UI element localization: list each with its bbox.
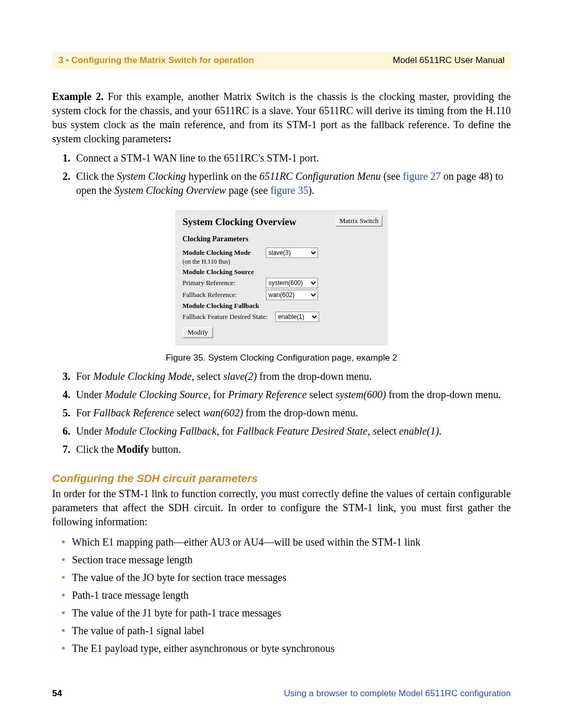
t: from the drop-down menu. bbox=[243, 407, 358, 418]
label-clocking-mode: Module Clocking Mode bbox=[182, 249, 266, 257]
step-2: Click the System Clocking hyperlink on t… bbox=[73, 169, 511, 198]
bullet-item: The E1 payload type, either asynchronous… bbox=[65, 641, 511, 655]
step-7: Click the Modify button. bbox=[73, 442, 511, 456]
label-fallback-ref: Fallback Reference: bbox=[182, 291, 266, 299]
bullet-item: The value of the J1 byte for path-1 trac… bbox=[65, 606, 511, 620]
t: Module Clocking Source bbox=[105, 389, 208, 400]
t: . bbox=[439, 425, 442, 437]
figure-35-wrap: System Clocking Overview Matrix Switch C… bbox=[52, 210, 511, 363]
example-colon: : bbox=[168, 133, 172, 144]
t: wan(602) bbox=[203, 407, 243, 418]
t: , for bbox=[208, 389, 228, 400]
t: page (see bbox=[226, 184, 271, 196]
t: Module Clocking Mode, bbox=[93, 371, 194, 382]
t: Under bbox=[76, 389, 105, 400]
matrix-switch-button[interactable]: Matrix Switch bbox=[335, 215, 383, 227]
step-1-text: Connect a STM-1 WAN line to the 6511RC's… bbox=[76, 152, 319, 164]
row-clocking-source-heading: Module Clocking Source bbox=[182, 268, 381, 276]
figure-35: System Clocking Overview Matrix Switch C… bbox=[175, 210, 388, 346]
row-fallback-state: Fallback Feature Desired State: enable(1… bbox=[182, 312, 381, 322]
t: enable(1) bbox=[399, 425, 439, 437]
figure-35-caption: Figure 35. System Clocking Configuration… bbox=[52, 353, 511, 363]
label-clocking-mode-sub: (on the H.110 Bus) bbox=[182, 258, 381, 266]
t: Fallback Feature Desired State, s bbox=[237, 425, 377, 437]
step-3: For Module Clocking Mode, select slave(2… bbox=[73, 369, 511, 384]
select-primary-ref[interactable]: system(600) bbox=[266, 278, 318, 288]
label-clocking-source: Module Clocking Source bbox=[182, 268, 266, 276]
sdh-bullets: Which E1 mapping path—either AU3 or AU4—… bbox=[52, 535, 511, 655]
select-clocking-mode[interactable]: slave(3) bbox=[266, 248, 318, 258]
t: elect bbox=[377, 425, 399, 437]
step-4: Under Module Clocking Source, for Primar… bbox=[73, 388, 511, 402]
t: ). bbox=[308, 184, 314, 196]
example-label: Example 2. bbox=[52, 91, 104, 102]
modify-button[interactable]: Modify bbox=[182, 327, 213, 338]
sdh-intro: In order for the STM-1 link to function … bbox=[52, 487, 511, 529]
bullet-item: Section trace message length bbox=[65, 553, 511, 566]
t: from the drop-down menu bbox=[386, 389, 498, 400]
t: Fallback Reference bbox=[93, 407, 174, 418]
header-manual: Model 6511RC User Manual bbox=[393, 55, 505, 66]
step-6: Under Module Clocking Fallback, for Fall… bbox=[73, 424, 511, 438]
t: Click the bbox=[76, 170, 117, 182]
t: System Clocking Overview bbox=[114, 184, 226, 196]
example-paragraph: Example 2. For this example, another Mat… bbox=[52, 90, 511, 146]
step-5: For Fallback Reference select wan(602) f… bbox=[73, 406, 511, 420]
t: button. bbox=[149, 443, 181, 455]
t: (see bbox=[381, 170, 403, 182]
page-header: 3 • Configuring the Matrix Switch for op… bbox=[52, 52, 511, 69]
row-fallback-ref: Fallback Reference: wan(602) bbox=[182, 290, 381, 300]
row-primary-ref: Primary Reference: system(600) bbox=[182, 278, 381, 288]
link-figure-27[interactable]: figure 27 bbox=[403, 170, 441, 182]
bullet-item: The value of the JO byte for section tra… bbox=[65, 571, 511, 584]
t: select bbox=[194, 371, 224, 382]
footer-text: Using a browser to complete Model 6511RC… bbox=[284, 688, 511, 699]
select-fallback-ref[interactable]: wan(602) bbox=[266, 290, 318, 300]
t: , for bbox=[216, 425, 236, 437]
t: Module Clocking Fallback bbox=[105, 425, 216, 437]
header-chapter: 3 • Configuring the Matrix Switch for op… bbox=[58, 55, 254, 66]
t: Modify bbox=[117, 443, 149, 455]
t: hyperlink on the bbox=[186, 170, 260, 182]
bullet-item: The value of path-1 signal label bbox=[65, 624, 511, 637]
clocking-parameters-label: Clocking Parameters bbox=[182, 235, 381, 243]
t: from the drop-down menu. bbox=[257, 371, 372, 382]
select-fallback-state[interactable]: enable(1) bbox=[275, 312, 319, 322]
steps-list-top: Connect a STM-1 WAN line to the 6511RC's… bbox=[52, 151, 511, 198]
t: . bbox=[498, 389, 501, 400]
page-number: 54 bbox=[52, 688, 62, 699]
label-primary-ref: Primary Reference: bbox=[182, 279, 266, 287]
row-clocking-fallback-heading: Module Clocking Fallback bbox=[182, 302, 381, 310]
row-clocking-mode: Module Clocking Mode slave(3) bbox=[182, 248, 381, 258]
t: Under bbox=[76, 425, 105, 437]
example-text: For this example, another Matrix Switch … bbox=[52, 91, 511, 144]
t: For bbox=[76, 371, 93, 382]
step-1: Connect a STM-1 WAN line to the 6511RC's… bbox=[73, 151, 511, 165]
t: System Clocking bbox=[117, 170, 186, 182]
bullet-item: Which E1 mapping path—either AU3 or AU4—… bbox=[65, 535, 511, 549]
label-fallback-state: Fallback Feature Desired State: bbox=[182, 313, 275, 321]
t: Click the bbox=[76, 443, 117, 455]
t: system(600) bbox=[336, 389, 386, 400]
t: select bbox=[307, 389, 336, 400]
t: slave(2) bbox=[223, 371, 256, 382]
page-footer: 54 Using a browser to complete Model 651… bbox=[52, 688, 511, 699]
figure-title: System Clocking Overview bbox=[182, 216, 296, 228]
t: Primary Reference bbox=[228, 389, 307, 400]
t: select bbox=[174, 407, 203, 418]
steps-list-bottom: For Module Clocking Mode, select slave(2… bbox=[52, 369, 511, 456]
sdh-heading: Configuring the SDH circuit parameters bbox=[52, 472, 511, 485]
label-clocking-fallback: Module Clocking Fallback bbox=[182, 302, 259, 310]
t: For bbox=[76, 407, 93, 418]
t: 6511RC Configuration Menu bbox=[260, 170, 381, 182]
bullet-item: Path-1 trace message length bbox=[65, 588, 511, 602]
link-figure-35[interactable]: figure 35 bbox=[271, 184, 309, 196]
